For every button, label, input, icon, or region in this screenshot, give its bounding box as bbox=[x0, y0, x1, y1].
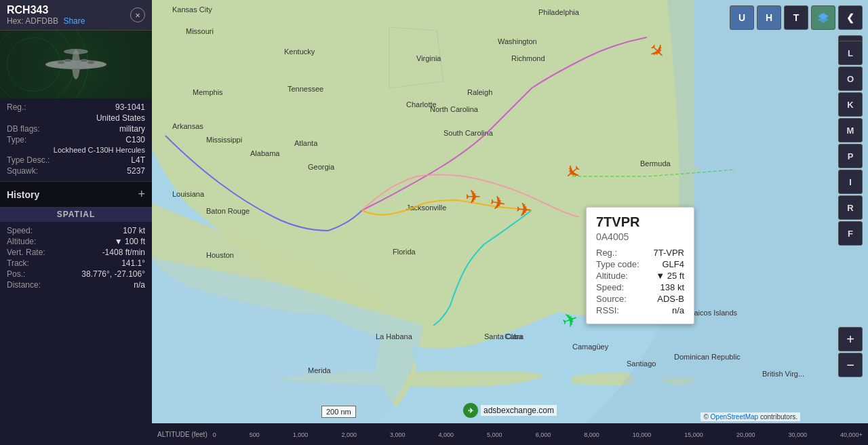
osm-link[interactable]: OpenStreetMap bbox=[711, 413, 759, 421]
popup-rssi-value: n/a bbox=[672, 305, 684, 315]
altitude-row: Altitude: ▼ 100 ft bbox=[7, 237, 145, 246]
m-button[interactable]: M bbox=[838, 118, 863, 142]
bar-tick: 3,000 bbox=[390, 431, 406, 438]
panel-title: RCH343 bbox=[7, 4, 85, 16]
svg-point-6 bbox=[81, 59, 87, 62]
typedesc-row: Type Desc.: L4T bbox=[7, 155, 145, 165]
share-link[interactable]: Share bbox=[63, 16, 85, 26]
aircraft-silhouette bbox=[42, 46, 110, 83]
panel-hex: Hex: ADFDBB Share bbox=[7, 16, 85, 26]
popup-typecode-value: GLF4 bbox=[662, 259, 684, 269]
popup-reg-row: Reg.: 7T-VPR bbox=[596, 248, 684, 258]
typefull-value: Lockheed C-130H Hercules bbox=[54, 146, 145, 154]
popup-hex: 0A4005 bbox=[596, 231, 684, 242]
bar-tick: 15,000 bbox=[684, 431, 703, 438]
left-panel: RCH343 Hex: ADFDBB Share × bbox=[0, 0, 152, 445]
type-row: Type: C130 bbox=[7, 135, 145, 144]
zoom-controls: + − bbox=[838, 327, 863, 377]
back-button[interactable]: ❮ bbox=[838, 5, 863, 30]
f-button[interactable]: F bbox=[838, 221, 863, 246]
dbflags-row: DB flags: military bbox=[7, 124, 145, 134]
bar-tick: 30,000 bbox=[788, 431, 807, 438]
history-title: History bbox=[7, 189, 39, 200]
o-button[interactable]: O bbox=[838, 66, 863, 91]
h-button[interactable]: H bbox=[757, 5, 781, 30]
aircraft-icon-4[interactable]: ✈ bbox=[515, 199, 532, 222]
popup-altitude-label: Altitude: bbox=[596, 271, 628, 281]
aircraft-icon-2[interactable]: ✈ bbox=[465, 186, 481, 208]
popup-reg-value: 7T-VPR bbox=[653, 248, 684, 258]
map-area[interactable]: Kansas CityMissouriArkansasMemphisMissis… bbox=[152, 0, 868, 445]
color-bar: ALTITUDE (feet) 05001,0002,0003,0004,000… bbox=[152, 423, 868, 445]
aircraft-info: Reg.: 93-1041 United States DB flags: mi… bbox=[0, 98, 152, 181]
popup-rssi-label: RSSI: bbox=[596, 305, 619, 315]
attribution: © OpenStreetMap contributors. bbox=[701, 412, 800, 421]
popup-altitude-value: ▼ 25 ft bbox=[656, 271, 684, 281]
popup-altitude-row: Altitude: ▼ 25 ft bbox=[596, 271, 684, 281]
track-label: Track: bbox=[7, 258, 29, 268]
pos-value: 38.776°, -27.106° bbox=[81, 269, 145, 279]
l-button[interactable]: L bbox=[838, 41, 863, 65]
svg-point-5 bbox=[64, 59, 71, 62]
spatial-section: SPATIAL Speed: 107 kt Altitude: ▼ 100 ft… bbox=[0, 207, 152, 445]
speed-row: Speed: 107 kt bbox=[7, 226, 145, 235]
squawk-row: Squawk: 5237 bbox=[7, 166, 145, 176]
aircraft-image bbox=[0, 31, 152, 98]
zoom-in-button[interactable]: + bbox=[838, 327, 863, 351]
bar-ticks: 05001,0002,0003,0004,0005,0006,0008,0001… bbox=[213, 431, 863, 438]
altitude-label: Altitude: bbox=[7, 237, 36, 246]
svg-point-7 bbox=[87, 61, 94, 64]
popup-callsign: 7TVPR bbox=[596, 214, 684, 230]
map-background bbox=[152, 0, 868, 445]
close-button[interactable]: × bbox=[130, 7, 145, 22]
popup-speed-value: 138 kt bbox=[660, 282, 684, 292]
history-add-button[interactable]: + bbox=[138, 187, 145, 201]
layers-button[interactable] bbox=[811, 5, 835, 30]
p-button[interactable]: P bbox=[838, 144, 863, 168]
t-button[interactable]: T bbox=[784, 5, 808, 30]
reg-value: 93-1041 bbox=[115, 102, 145, 112]
bar-tick: 40,000+ bbox=[840, 431, 863, 438]
speed-label: Speed: bbox=[7, 226, 33, 235]
country-value: United States bbox=[96, 113, 145, 123]
r-button[interactable]: R bbox=[838, 195, 863, 220]
bar-tick: 0 bbox=[213, 431, 216, 438]
popup-rssi-row: RSSI: n/a bbox=[596, 305, 684, 315]
squawk-label: Squawk: bbox=[7, 166, 38, 176]
panel-title-group: RCH343 Hex: ADFDBB Share bbox=[7, 4, 85, 26]
svg-point-3 bbox=[64, 49, 88, 54]
bar-tick: 2,000 bbox=[341, 431, 357, 438]
panel-header: RCH343 Hex: ADFDBB Share × bbox=[0, 0, 152, 31]
pos-row: Pos.: 38.776°, -27.106° bbox=[7, 269, 145, 279]
svg-point-2 bbox=[45, 60, 106, 69]
popup-speed-label: Speed: bbox=[596, 282, 624, 292]
bar-tick: 6,000 bbox=[536, 431, 551, 438]
popup-source-value: ADS-B bbox=[657, 294, 684, 304]
popup-typecode-label: Type code: bbox=[596, 259, 639, 269]
track-row: Track: 141.1° bbox=[7, 258, 145, 268]
popup-source-row: Source: ADS-B bbox=[596, 294, 684, 304]
i-button[interactable]: I bbox=[838, 170, 863, 194]
distance-value: n/a bbox=[134, 280, 145, 290]
history-header[interactable]: History + bbox=[0, 181, 152, 207]
vertrate-value: -1408 ft/min bbox=[102, 248, 145, 257]
app: RCH343 Hex: ADFDBB Share × bbox=[0, 0, 868, 445]
typedesc-label: Type Desc.: bbox=[7, 155, 50, 165]
aircraft-popup: 7TVPR 0A4005 Reg.: 7T-VPR Type code: GLF… bbox=[586, 207, 694, 324]
bar-tick: 8,000 bbox=[584, 431, 599, 438]
u-button[interactable]: U bbox=[730, 5, 754, 30]
contrib-text: contributors. bbox=[760, 413, 797, 421]
k-button[interactable]: K bbox=[838, 92, 863, 117]
vertrate-row: Vert. Rate: -1408 ft/min bbox=[7, 248, 145, 257]
pos-label: Pos.: bbox=[7, 269, 25, 279]
zoom-out-button[interactable]: − bbox=[838, 353, 863, 377]
gradient-container: 05001,0002,0003,0004,0005,0006,0008,0001… bbox=[213, 430, 863, 438]
right-controls: L O K M P I R F bbox=[838, 41, 863, 246]
bar-tick: 4,000 bbox=[439, 431, 454, 438]
track-value: 141.1° bbox=[121, 258, 145, 268]
dbflags-label: DB flags: bbox=[7, 124, 40, 134]
map-svg bbox=[152, 0, 868, 445]
popup-typecode-row: Type code: GLF4 bbox=[596, 259, 684, 269]
scale-label: 200 nm bbox=[326, 408, 351, 416]
layers-icon bbox=[817, 12, 829, 24]
